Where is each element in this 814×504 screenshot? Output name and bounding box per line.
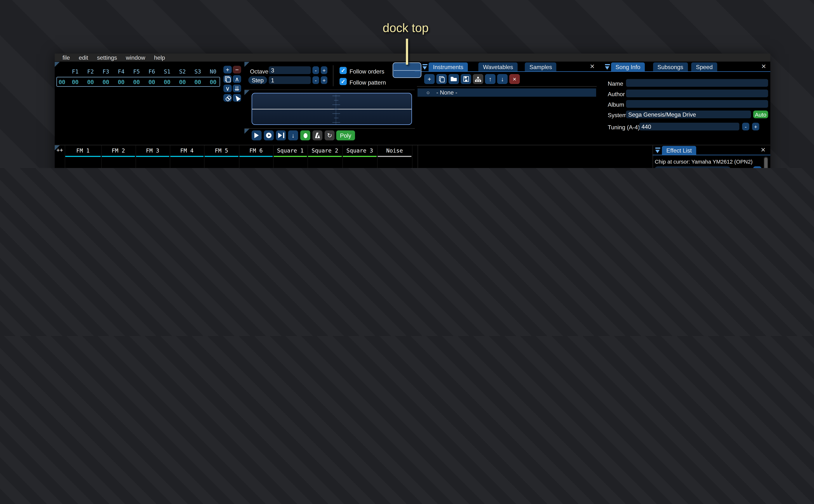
effect-list-menu-button[interactable]: ≡	[753, 166, 761, 168]
channel-header-square-3[interactable]: Square 3	[342, 148, 377, 154]
move-instrument-down-button[interactable]: ↓	[497, 74, 508, 84]
column-separator	[101, 145, 102, 168]
order-cell[interactable]: 00	[164, 79, 170, 85]
menu-item-help[interactable]: help	[150, 53, 170, 62]
duplicate-order-end-button[interactable]: ⇊	[233, 85, 241, 92]
octave-increase-button[interactable]: +	[321, 66, 327, 74]
tab-song-info[interactable]: Song Info	[611, 62, 645, 71]
channel-header-fm-5[interactable]: FM 5	[204, 148, 239, 154]
order-cell[interactable]: 00	[210, 79, 216, 85]
close-effect-list-icon[interactable]: ✕	[760, 146, 766, 153]
add-order-button[interactable]: +	[223, 66, 232, 74]
move-instrument-down-icon: ↓	[501, 76, 504, 82]
poly-toggle-button[interactable]: Poly	[336, 130, 355, 140]
move-order-up-button[interactable]: ∧	[233, 75, 241, 83]
collapse-panel-icon[interactable]	[605, 64, 611, 70]
record-button[interactable]	[300, 130, 310, 140]
order-cell[interactable]: 00	[102, 79, 109, 85]
metronome-button[interactable]	[312, 130, 322, 140]
album-input[interactable]	[626, 100, 768, 108]
step-increase-button[interactable]: +	[321, 76, 327, 84]
open-instrument-icon	[451, 77, 457, 81]
follow-orders-checkbox[interactable]: ✓	[339, 67, 347, 74]
list-item[interactable]: ○- None -	[418, 88, 596, 97]
effect-list-scrollbar[interactable]	[764, 156, 768, 168]
order-cell[interactable]: 00	[149, 79, 155, 85]
channel-header-fm-3[interactable]: FM 3	[135, 148, 170, 154]
column-separator	[412, 145, 413, 168]
instrument-type-icon: ○	[427, 88, 430, 97]
step-one-row-button[interactable]: ↓	[288, 130, 298, 140]
column-separator	[239, 145, 239, 168]
tab-samples[interactable]: Samples	[525, 62, 557, 71]
play-from-cursor-button[interactable]	[264, 130, 274, 140]
follow-pattern-checkbox[interactable]: ✓	[339, 78, 347, 85]
instrument-organize-button[interactable]	[473, 74, 483, 84]
duplicate-order-button[interactable]	[223, 75, 232, 83]
play-one-row-button[interactable]	[276, 130, 286, 140]
scrollbar-thumb[interactable]	[764, 158, 768, 168]
column-separator	[377, 145, 378, 168]
order-cell[interactable]: 00	[179, 79, 186, 85]
save-instrument-button[interactable]	[461, 74, 471, 84]
order-change-mode-button[interactable]	[233, 94, 241, 102]
tab-speed[interactable]: Speed	[691, 62, 717, 71]
step-chip[interactable]: Step	[248, 76, 267, 84]
delete-instrument-button[interactable]: ×	[509, 74, 520, 84]
order-cell[interactable]: 00	[72, 79, 78, 85]
channel-header-fm-1[interactable]: FM 1	[65, 148, 101, 154]
order-cell[interactable]: 00	[194, 79, 201, 85]
octave-input[interactable]: 3	[269, 66, 311, 74]
remove-order-button[interactable]: −	[233, 66, 241, 74]
add-instrument-button[interactable]: +	[424, 74, 435, 84]
master-oscilloscope[interactable]	[252, 93, 412, 125]
channel-header-square-1[interactable]: Square 1	[273, 148, 307, 154]
order-cell[interactable]: 00	[133, 79, 140, 85]
auto-system-button[interactable]: Auto	[753, 111, 768, 118]
effect-search-input[interactable]	[654, 166, 731, 168]
author-input[interactable]	[626, 90, 768, 97]
channel-header-fm-4[interactable]: FM 4	[170, 148, 204, 154]
collapse-panel-icon[interactable]	[655, 147, 661, 154]
follow-pattern-label: Follow pattern	[349, 79, 386, 86]
tuning-input[interactable]: 440	[639, 123, 739, 130]
pattern-expand-button[interactable]: ++	[56, 147, 63, 153]
tab-wavetables[interactable]: Wavetables	[479, 62, 518, 71]
duplicate-instrument-button[interactable]	[436, 74, 447, 84]
tab-effect-list[interactable]: Effect List	[662, 146, 696, 155]
order-cell[interactable]: 00	[118, 79, 124, 85]
channel-header-fm-6[interactable]: FM 6	[239, 148, 273, 154]
order-column-header: F5	[133, 69, 140, 75]
menu-item-file[interactable]: file	[58, 53, 74, 62]
channel-header-square-2[interactable]: Square 2	[307, 148, 342, 154]
open-instrument-button[interactable]	[449, 74, 459, 84]
step-input[interactable]: 1	[269, 76, 311, 84]
close-song-info-icon[interactable]: ✕	[760, 63, 767, 70]
tuning-increase-button[interactable]: +	[752, 123, 759, 130]
tuning-decrease-button[interactable]: -	[742, 123, 749, 130]
menu-item-edit[interactable]: edit	[74, 53, 92, 62]
order-cell[interactable]: 00	[87, 79, 94, 85]
scope-tick	[332, 96, 340, 96]
tab-instruments[interactable]: Instruments	[429, 62, 468, 71]
follow-orders-label: Follow orders	[349, 68, 384, 75]
menu-item-window[interactable]: window	[121, 53, 150, 62]
system-input[interactable]: Sega Genesis/Mega Drive	[626, 111, 751, 118]
dock-top-target[interactable]	[392, 62, 422, 78]
deep-clone-order-button[interactable]	[223, 94, 232, 102]
pattern-panel: ++ FM 1FM 2FM 3FM 4FM 5FM 6Square 1Squar…	[55, 145, 418, 168]
move-instrument-up-button[interactable]: ↑	[485, 74, 496, 84]
menu-item-settings[interactable]: settings	[92, 53, 121, 62]
move-order-up-icon: ∧	[235, 76, 239, 82]
step-decrease-button[interactable]: -	[312, 76, 319, 84]
octave-decrease-button[interactable]: -	[312, 66, 319, 74]
move-order-down-button[interactable]: ∨	[223, 85, 232, 92]
tab-subsongs[interactable]: Subsongs	[653, 62, 688, 71]
repeat-pattern-button[interactable]: ↻	[324, 130, 334, 140]
name-input[interactable]	[626, 79, 768, 87]
close-instruments-icon[interactable]: ✕	[589, 63, 596, 70]
collapse-panel-icon[interactable]	[422, 64, 429, 70]
channel-header-fm-2[interactable]: FM 2	[101, 148, 135, 154]
channel-header-noise[interactable]: Noise	[377, 148, 412, 154]
play-button[interactable]	[252, 130, 261, 140]
